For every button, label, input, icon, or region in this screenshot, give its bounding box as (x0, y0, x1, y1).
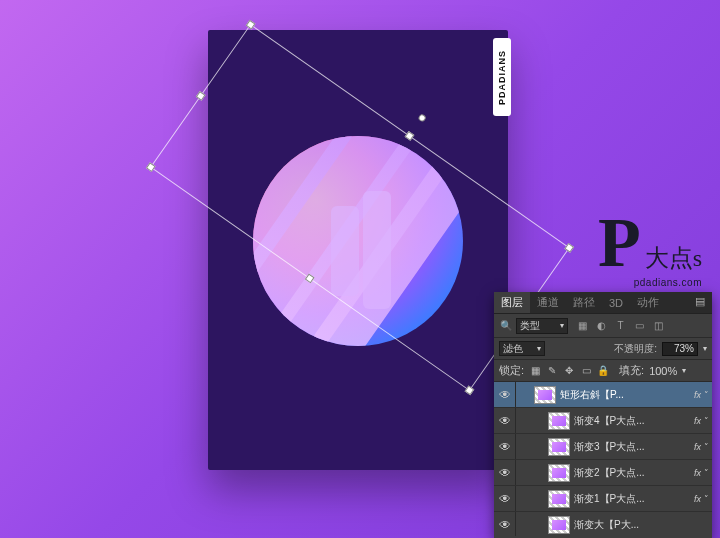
tab-channels[interactable]: 通道 (530, 292, 566, 313)
panel-tabs: 图层 通道 路径 3D 动作 ▤ (494, 292, 712, 314)
tab-layers[interactable]: 图层 (494, 292, 530, 313)
bar (331, 206, 359, 296)
lock-all-icon[interactable]: 🔒 (597, 365, 609, 377)
filter-adjust-icon[interactable]: ◐ (595, 319, 608, 332)
panel-menu-icon[interactable]: ▤ (688, 292, 712, 313)
bar (363, 191, 391, 309)
fill-label: 填充: (619, 363, 644, 378)
layer-row[interactable]: 👁渐变大【P大... (494, 512, 712, 536)
lock-fill-row: 锁定: ▦ ✎ ✥ ▭ 🔒 填充: 100% ▾ (494, 360, 712, 382)
layer-thumbnail[interactable] (534, 386, 556, 404)
poster-label-tab: PDADIANS (493, 38, 511, 116)
filter-smart-icon[interactable]: ◫ (652, 319, 665, 332)
visibility-toggle[interactable]: 👁 (494, 408, 516, 433)
lock-label: 锁定: (499, 363, 524, 378)
blend-opacity-row: 滤色▾ 不透明度: 73% ▾ (494, 338, 712, 360)
layer-thumbnail[interactable] (548, 490, 570, 508)
layer-name[interactable]: 渐变大【P大... (574, 518, 709, 532)
layers-panel: 图层 通道 路径 3D 动作 ▤ 🔍 类型▾ ▦ ◐ T ▭ ◫ 滤色▾ 不透明… (494, 292, 712, 538)
tab-paths[interactable]: 路径 (566, 292, 602, 313)
layer-thumbnail[interactable] (548, 438, 570, 456)
fill-input[interactable]: 100% (649, 365, 677, 377)
search-icon[interactable]: 🔍 (499, 319, 512, 332)
opacity-label: 不透明度: (614, 342, 657, 356)
tab-actions[interactable]: 动作 (630, 292, 666, 313)
artwork-circle (253, 136, 463, 346)
visibility-toggle[interactable]: 👁 (494, 434, 516, 459)
fx-badge[interactable]: fx (694, 442, 701, 452)
fill-chevron-icon[interactable]: ▾ (682, 366, 686, 375)
fx-badge[interactable]: fx (694, 416, 701, 426)
filter-pixel-icon[interactable]: ▦ (576, 319, 589, 332)
fx-chevron-icon[interactable]: ˅ (704, 468, 709, 478)
visibility-toggle[interactable]: 👁 (494, 382, 516, 407)
lock-artboard-icon[interactable]: ▭ (580, 365, 592, 377)
layer-name[interactable]: 矩形右斜【P... (560, 388, 691, 402)
layer-thumbnail[interactable] (548, 412, 570, 430)
transform-handle[interactable] (196, 91, 206, 101)
watermark: P大点s pdadians.com (598, 208, 702, 288)
layer-row[interactable]: 👁矩形右斜【P...fx˅ (494, 382, 712, 408)
layer-row[interactable]: 👁渐变3【P大点...fx˅ (494, 434, 712, 460)
layer-name[interactable]: 渐变4【P大点... (574, 414, 691, 428)
filter-type-select[interactable]: 类型▾ (516, 318, 568, 334)
tab-3d[interactable]: 3D (602, 292, 630, 313)
layer-thumbnail[interactable] (548, 464, 570, 482)
lock-position-icon[interactable]: ✥ (563, 365, 575, 377)
fx-badge[interactable]: fx (694, 468, 701, 478)
fx-chevron-icon[interactable]: ˅ (704, 494, 709, 504)
filter-shape-icon[interactable]: ▭ (633, 319, 646, 332)
lock-transparency-icon[interactable]: ▦ (529, 365, 541, 377)
layer-name[interactable]: 渐变3【P大点... (574, 440, 691, 454)
layer-name[interactable]: 渐变2【P大点... (574, 466, 691, 480)
visibility-toggle[interactable]: 👁 (494, 460, 516, 485)
watermark-logo: P (598, 208, 641, 278)
layer-name[interactable]: 渐变1【P大点... (574, 492, 691, 506)
layer-row[interactable]: 👁渐变1【P大点...fx˅ (494, 486, 712, 512)
opacity-input[interactable]: 73% (662, 342, 698, 356)
lock-brush-icon[interactable]: ✎ (546, 365, 558, 377)
fx-chevron-icon[interactable]: ˅ (704, 416, 709, 426)
visibility-toggle[interactable]: 👁 (494, 486, 516, 511)
fx-badge[interactable]: fx (694, 494, 701, 504)
fx-badge[interactable]: fx (694, 390, 701, 400)
visibility-toggle[interactable]: 👁 (494, 512, 516, 536)
opacity-chevron-icon[interactable]: ▾ (703, 344, 707, 353)
filter-text-icon[interactable]: T (614, 319, 627, 332)
layer-thumbnail[interactable] (548, 516, 570, 534)
transform-handle[interactable] (246, 20, 256, 30)
layer-row[interactable]: 👁渐变4【P大点...fx˅ (494, 408, 712, 434)
transform-handle[interactable] (146, 162, 156, 172)
blend-mode-select[interactable]: 滤色▾ (499, 341, 545, 356)
layer-row[interactable]: 👁渐变2【P大点...fx˅ (494, 460, 712, 486)
fx-chevron-icon[interactable]: ˅ (704, 390, 709, 400)
poster-canvas: PDADIANS (208, 30, 508, 470)
layers-list[interactable]: 👁矩形右斜【P...fx˅👁渐变4【P大点...fx˅👁渐变3【P大点...fx… (494, 382, 712, 536)
watermark-suffix: 大点s (645, 245, 702, 271)
transform-handle[interactable] (564, 243, 574, 253)
layer-filter-row: 🔍 类型▾ ▦ ◐ T ▭ ◫ (494, 314, 712, 338)
fx-chevron-icon[interactable]: ˅ (704, 442, 709, 452)
